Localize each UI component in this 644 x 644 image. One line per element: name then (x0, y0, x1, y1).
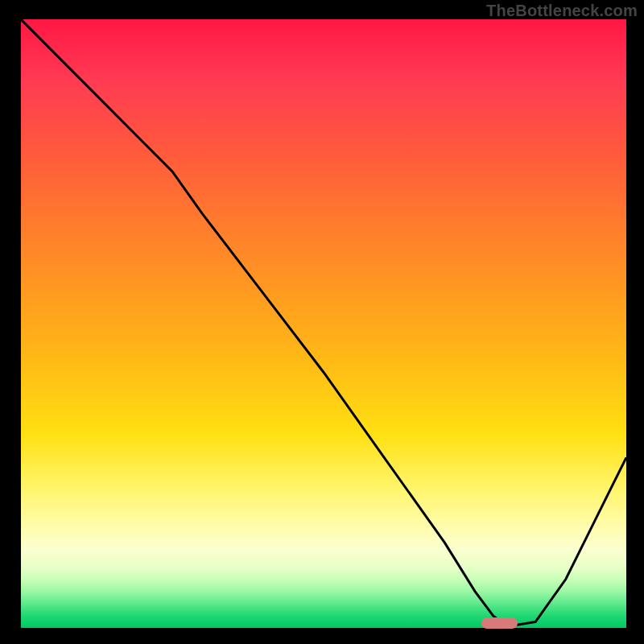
chart-container: TheBottleneck.com (0, 0, 644, 644)
optimal-marker (481, 617, 518, 629)
bottleneck-curve (21, 19, 626, 628)
plot-area (19, 19, 628, 630)
watermark-text: TheBottleneck.com (486, 2, 638, 20)
